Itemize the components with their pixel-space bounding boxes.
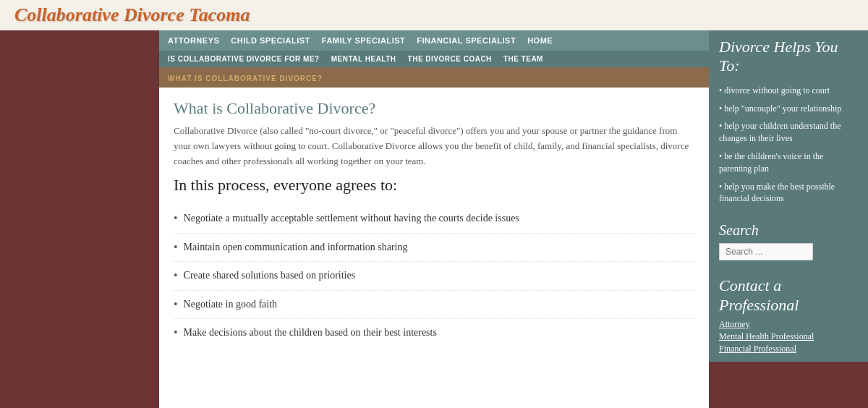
main-panel: ATTORNEYS CHILD SPECIALIST FAMILY SPECIA… xyxy=(159,30,709,408)
current-page-label: WHAT IS COLLABORATIVE DIVORCE? xyxy=(168,75,323,82)
bullet-list: • Negotiate a mutually acceptable settle… xyxy=(174,205,694,347)
bullet-text: Negotiate in good faith xyxy=(184,297,277,312)
contact-attorney-link[interactable]: Attorney xyxy=(719,319,858,330)
divorce-helps-item: • help your children understand the chan… xyxy=(719,117,858,148)
nav-is-collaborative[interactable]: IS COLLABORATIVE DIVORCE FOR ME? xyxy=(168,55,320,63)
sidebar-divorce-helps: Divorce Helps You To: • divorce without … xyxy=(709,30,868,213)
content-area: What is Collaborative Divorce? Collabora… xyxy=(159,88,709,358)
nav-secondary: IS COLLABORATIVE DIVORCE FOR ME? MENTAL … xyxy=(159,51,709,67)
divorce-helps-title: Divorce Helps You To: xyxy=(719,38,858,76)
list-item: • Create shared solutions based on prior… xyxy=(174,262,694,290)
sidebar: Divorce Helps You To: • divorce without … xyxy=(709,30,868,362)
nav-current-page: WHAT IS COLLABORATIVE DIVORCE? xyxy=(159,67,709,88)
bullet-dot: • xyxy=(174,297,178,313)
nav-mental-health[interactable]: MENTAL HEALTH xyxy=(331,55,396,63)
sidebar-contact-section: Contact a Professional Attorney Mental H… xyxy=(709,271,868,362)
divorce-helps-item: • help "uncouple" your relationship xyxy=(719,100,858,118)
bullet-dot: • xyxy=(174,268,178,284)
bullet-dot: • xyxy=(174,239,178,255)
nav-primary: ATTORNEYS CHILD SPECIALIST FAMILY SPECIA… xyxy=(159,30,709,51)
page-title: What is Collaborative Divorce? xyxy=(174,99,694,118)
bullet-dot: • xyxy=(174,211,178,226)
bullet-text: Negotiate a mutually acceptable settleme… xyxy=(184,211,519,226)
search-section-title: Search xyxy=(719,222,858,239)
nav-family-specialist[interactable]: FAMILY SPECIALIST xyxy=(322,36,405,45)
divorce-helps-item: • divorce without going to court xyxy=(719,82,858,100)
nav-the-team[interactable]: THE TEAM xyxy=(503,55,543,63)
site-header: Collaborative Divorce Tacoma xyxy=(0,0,868,30)
intro-paragraph: Collaborative Divorce (also called "no-c… xyxy=(174,124,694,169)
bullet-text: Maintain open communication and informat… xyxy=(184,239,408,255)
process-heading: In this process, everyone agrees to: xyxy=(174,176,694,195)
nav-child-specialist[interactable]: CHILD SPECIALIST xyxy=(231,36,310,45)
nav-attorneys[interactable]: ATTORNEYS xyxy=(168,36,219,45)
bullet-text: Create shared solutions based on priorit… xyxy=(184,268,356,283)
bullet-dot: • xyxy=(174,325,178,341)
list-item: • Make decisions about the children base… xyxy=(174,319,694,347)
nav-divorce-coach[interactable]: THE DIVORCE COACH xyxy=(408,55,492,63)
divorce-helps-item: • be the children's voice in the parenti… xyxy=(719,148,858,178)
contact-financial-link[interactable]: Financial Professional xyxy=(719,344,858,354)
bullet-text: Make decisions about the children based … xyxy=(184,325,437,340)
list-item: • Maintain open communication and inform… xyxy=(174,234,694,262)
contact-section-title: Contact a Professional xyxy=(719,276,858,315)
list-item: • Negotiate in good faith xyxy=(174,291,694,319)
nav-financial-specialist[interactable]: FINANCIAL SPECIALIST xyxy=(417,36,516,45)
divorce-helps-item: • help you make the best possible financ… xyxy=(719,178,858,208)
sidebar-search-section: Search xyxy=(709,216,868,268)
search-input[interactable] xyxy=(719,243,813,260)
contact-links: Attorney Mental Health Professional Fina… xyxy=(719,319,858,354)
nav-home[interactable]: HOME xyxy=(527,36,553,45)
list-item: • Negotiate a mutually acceptable settle… xyxy=(174,205,694,233)
contact-mental-health-link[interactable]: Mental Health Professional xyxy=(719,331,858,342)
divorce-helps-list: • divorce without going to court • help … xyxy=(719,82,858,208)
site-title: Collaborative Divorce Tacoma xyxy=(14,4,250,26)
